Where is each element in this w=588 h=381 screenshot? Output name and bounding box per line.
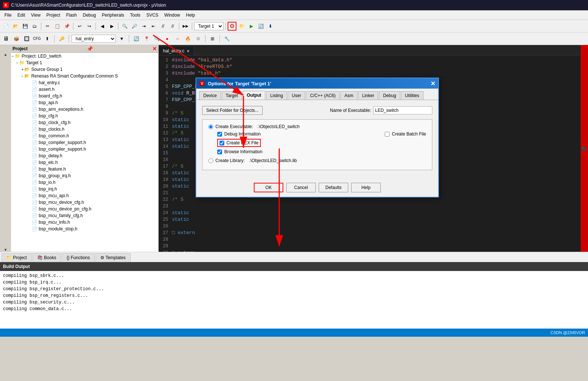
tree-item-bsp_delay-h[interactable]: 📄bsp_delay.h: [11, 152, 158, 159]
download-btn[interactable]: ⬇: [266, 22, 275, 31]
unindent-btn[interactable]: ⇤: [149, 22, 158, 31]
rebuild-btn[interactable]: 🔄: [256, 22, 265, 31]
tree-item-bsp_api-h[interactable]: 📄bsp_api.h: [11, 99, 158, 106]
tree-item-bsp_mcu_device_pn_cfg-h[interactable]: 📄bsp_mcu_device_pn_cfg.h: [11, 206, 158, 212]
debug-info-checkbox[interactable]: [217, 132, 222, 137]
tab-books[interactable]: 📚 Books: [32, 253, 61, 262]
tree-item-bsp_io-h[interactable]: 📄bsp_io.h: [11, 179, 158, 186]
dialog-tab-debug[interactable]: Debug: [379, 91, 400, 100]
open-btn[interactable]: 📂: [11, 22, 20, 31]
step-btn[interactable]: 🔑: [57, 34, 66, 43]
redo-btn[interactable]: ↪: [85, 22, 94, 31]
defaults-btn[interactable]: Defaults: [319, 183, 348, 192]
dialog-tab-linker[interactable]: Linker: [358, 91, 378, 100]
menu-svcs[interactable]: SVCS: [143, 12, 162, 18]
menu-file[interactable]: File: [1, 12, 14, 18]
target-select[interactable]: Target 1: [194, 22, 224, 30]
load-btn[interactable]: ⬆: [43, 34, 52, 43]
tree-item-board_cfg-h[interactable]: 📄board_cfg.h: [11, 93, 158, 99]
tab-templates[interactable]: ⚙ Templates: [96, 253, 131, 262]
cancel-btn[interactable]: Cancel: [286, 183, 316, 192]
indent-btn[interactable]: ⇥: [139, 22, 148, 31]
tree-item-bsp_clocks-h[interactable]: 📄bsp_clocks.h: [11, 126, 158, 133]
undo-btn[interactable]: ↩: [75, 22, 84, 31]
browse-info-checkbox[interactable]: [217, 150, 222, 154]
dialog-tab-user[interactable]: User: [288, 91, 305, 100]
tree-item-source-group[interactable]: + 📂 Source Group 1: [11, 66, 158, 73]
tab-functions[interactable]: {} Functions: [62, 253, 94, 262]
ok-btn[interactable]: OK: [254, 183, 283, 192]
create-lib-radio[interactable]: [208, 158, 213, 163]
run-btn[interactable]: ▶▶: [181, 22, 190, 31]
settings-btn[interactable]: ⚙: [194, 34, 203, 43]
executable-input[interactable]: [373, 106, 432, 114]
find-btn[interactable]: 🔍: [120, 22, 129, 31]
tree-item-assert-h[interactable]: 📄assert.h: [11, 86, 158, 93]
circle-btn[interactable]: ○: [173, 34, 182, 43]
tree-item-bsp_feature-h[interactable]: 📄bsp_feature.h: [11, 166, 158, 172]
new-file-btn[interactable]: 📄: [1, 22, 10, 31]
menu-window[interactable]: Window: [161, 12, 183, 18]
tree-item-bsp_common-h[interactable]: 📄bsp_common.h: [11, 133, 158, 139]
dialog-tab-listing[interactable]: Listing: [266, 91, 287, 100]
tree-item-bsp_module_stop-h[interactable]: 📄bsp_module_stop.h: [11, 226, 158, 232]
close-tab-icon[interactable]: ✕: [187, 49, 190, 53]
tab-project[interactable]: 📁 Project: [1, 253, 32, 262]
build-btn[interactable]: ▶: [247, 22, 256, 31]
sidebar-pin[interactable]: 📌: [87, 46, 93, 52]
cfg-btn[interactable]: CFG: [32, 34, 41, 43]
tree-item-bsp_elc-h[interactable]: 📄bsp_elc.h: [11, 159, 158, 166]
menu-tools[interactable]: Tools: [127, 12, 143, 18]
menu-help[interactable]: Help: [183, 12, 198, 18]
target2-btn[interactable]: 🖥: [1, 34, 10, 43]
menu-flash[interactable]: Flash: [63, 12, 80, 18]
dialog-tab-device[interactable]: Device: [199, 91, 221, 100]
tree-item-bsp_mcu_device_cfg-h[interactable]: 📄bsp_mcu_device_cfg.h: [11, 199, 158, 206]
tree-item-bsp_mcu_api-h[interactable]: 📄bsp_mcu_api.h: [11, 192, 158, 199]
create-batch-checkbox[interactable]: [385, 132, 390, 137]
dialog-tab-output[interactable]: Output: [243, 91, 265, 100]
locate-btn[interactable]: 📍: [142, 34, 151, 43]
dialog-tab-asm[interactable]: Asm: [340, 91, 357, 100]
tree-item-bsp_clock_cfg-h[interactable]: 📄bsp_clock_cfg.h: [11, 119, 158, 126]
nav-back-btn[interactable]: ◀: [98, 22, 107, 31]
dialog-close-btn[interactable]: ✕: [430, 80, 435, 87]
tree-item-bsp_compiler_support-h[interactable]: 📄bsp_compiler_support.h: [11, 146, 158, 152]
refresh-btn[interactable]: 🔄: [132, 34, 141, 43]
scroll-down[interactable]: ▼: [4, 248, 7, 252]
menu-edit[interactable]: Edit: [14, 12, 28, 18]
menu-view[interactable]: View: [28, 12, 44, 18]
dbg-dot-btn[interactable]: ●: [163, 34, 172, 43]
tree-item-bsp_irq-h[interactable]: 📄bsp_irq.h: [11, 186, 158, 192]
manage-btn[interactable]: 📁: [237, 22, 246, 31]
grid-btn[interactable]: ⊞: [208, 34, 217, 43]
save-all-btn[interactable]: 🗂: [30, 22, 39, 31]
scroll-up[interactable]: ▲: [4, 52, 7, 56]
tree-item-ra-smart[interactable]: − 📂 Renesas RA Smart Configurator:Common…: [11, 73, 158, 79]
tree-item-bsp_group_irq-h[interactable]: 📄bsp_group_irq.h: [11, 172, 158, 179]
editor-tab-hal-entry[interactable]: hal_entry.c ✕: [159, 47, 194, 55]
tree-item-project[interactable]: − 📁 Project: LED_switch: [11, 53, 158, 59]
options-dialog[interactable]: V Options for Target 'Target 1' ✕ Device…: [196, 78, 439, 198]
menu-peripherals[interactable]: Peripherals: [99, 12, 127, 18]
tree-item-bsp_cfg-h[interactable]: 📄bsp_cfg.h: [11, 113, 158, 119]
cut-btn[interactable]: ✂: [43, 22, 52, 31]
options-for-target-btn[interactable]: ⚙: [228, 22, 236, 31]
create-exe-radio[interactable]: [208, 124, 213, 129]
dialog-tab-cpp[interactable]: C/C++ (AC6): [306, 91, 339, 100]
dialog-tab-target[interactable]: Target: [222, 91, 242, 100]
select-folder-btn[interactable]: Select Folder for Objects...: [202, 106, 263, 115]
right-sidebar-btn[interactable]: ⚫: [581, 45, 588, 252]
find-ref-btn[interactable]: 🔎: [130, 22, 139, 31]
hal-dropdown[interactable]: ▼: [117, 34, 126, 43]
comment-btn[interactable]: //: [159, 22, 167, 31]
tree-item-bsp_arm_exceptions-h[interactable]: 📄bsp_arm_exceptions.h: [11, 106, 158, 113]
tree-item-bsp_mcu_family_cfg-h[interactable]: 📄bsp_mcu_family_cfg.h: [11, 212, 158, 219]
copy-btn[interactable]: 📋: [53, 22, 62, 31]
tree-item-target1[interactable]: − 📁 Target 1: [11, 59, 158, 66]
paste-btn[interactable]: 📌: [62, 22, 71, 31]
wrench-btn[interactable]: 🔧: [222, 34, 231, 43]
pkg-btn[interactable]: 📦: [12, 34, 21, 43]
sidebar-close[interactable]: ✕: [152, 46, 157, 52]
menu-debug[interactable]: Debug: [80, 12, 99, 18]
